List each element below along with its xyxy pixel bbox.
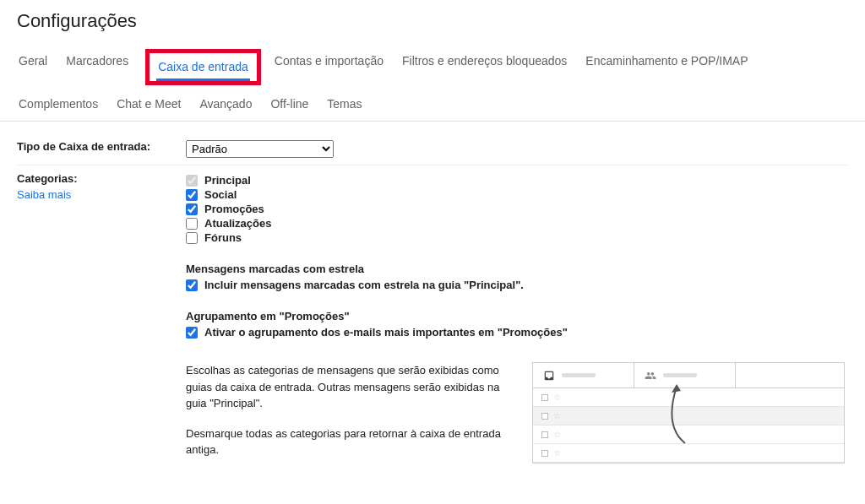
starred-header: Mensagens marcadas com estrela — [186, 263, 848, 275]
categories-description-p2: Desmarque todas as categorias para retor… — [186, 425, 515, 458]
category-promocoes-checkbox[interactable] — [186, 203, 198, 215]
preview-mail-row: ☆ — [533, 407, 844, 425]
promo-group-header: Agrupamento em "Promoções" — [186, 310, 848, 322]
tab-filtros[interactable]: Filtros e endereços bloqueados — [400, 49, 569, 85]
inbox-type-select[interactable]: Padrão — [186, 140, 334, 158]
tab-contas-importacao[interactable]: Contas e importação — [273, 49, 385, 85]
category-social-label: Social — [204, 188, 237, 201]
settings-tabs: Geral Marcadores Caixa de entrada Contas… — [0, 41, 865, 122]
tab-complementos[interactable]: Complementos — [17, 92, 100, 116]
promo-group-label: Ativar o agrupamento dos e-mails mais im… — [204, 326, 568, 339]
tab-offline[interactable]: Off-line — [269, 92, 310, 116]
page-title: Configurações — [17, 10, 848, 32]
preview-mail-row: ☆ — [533, 444, 844, 463]
category-atualizacoes-label: Atualizações — [204, 217, 271, 230]
categories-description-p1: Escolhas as categorias de mensagens que … — [186, 362, 515, 412]
include-starred-label: Incluir mensagens marcadas com estrela n… — [204, 279, 524, 291]
tab-avancado[interactable]: Avançado — [198, 92, 253, 116]
include-starred-checkbox[interactable] — [186, 279, 198, 291]
category-principal-label: Principal — [204, 174, 251, 187]
preview-tab-primary — [533, 363, 634, 387]
inbox-type-label: Tipo de Caixa de entrada: — [17, 140, 186, 158]
inbox-icon — [543, 370, 555, 382]
preview-bar — [562, 373, 596, 377]
tab-encaminhamento[interactable]: Encaminhamento e POP/IMAP — [584, 49, 749, 85]
tab-chat-meet[interactable]: Chat e Meet — [115, 92, 182, 116]
preview-mail-row: ☆ — [533, 388, 844, 407]
preview-tab-social — [634, 363, 736, 387]
tab-temas[interactable]: Temas — [325, 92, 363, 116]
category-social-checkbox[interactable] — [186, 189, 198, 201]
category-foruns-label: Fóruns — [204, 231, 242, 244]
preview-bar — [663, 373, 697, 377]
category-promocoes-label: Promoções — [204, 203, 264, 215]
category-atualizacoes-checkbox[interactable] — [186, 218, 198, 230]
tab-geral[interactable]: Geral — [17, 49, 49, 85]
preview-mail-row: ☆ — [533, 425, 844, 444]
preview-tab-empty — [736, 363, 844, 387]
promo-group-checkbox[interactable] — [186, 327, 198, 339]
highlighted-tab-box: Caixa de entrada — [145, 49, 261, 85]
category-principal-checkbox — [186, 175, 198, 187]
learn-more-link[interactable]: Saiba mais — [17, 188, 186, 201]
category-foruns-checkbox[interactable] — [186, 232, 198, 244]
categories-label: Categorias: — [17, 172, 78, 185]
tab-marcadores[interactable]: Marcadores — [64, 49, 130, 85]
inbox-preview: ☆ ☆ ☆ ☆ — [532, 362, 845, 463]
categories-description: Escolhas as categorias de mensagens que … — [186, 362, 515, 472]
tab-caixa-de-entrada[interactable]: Caixa de entrada — [156, 55, 250, 81]
people-icon — [645, 370, 656, 382]
